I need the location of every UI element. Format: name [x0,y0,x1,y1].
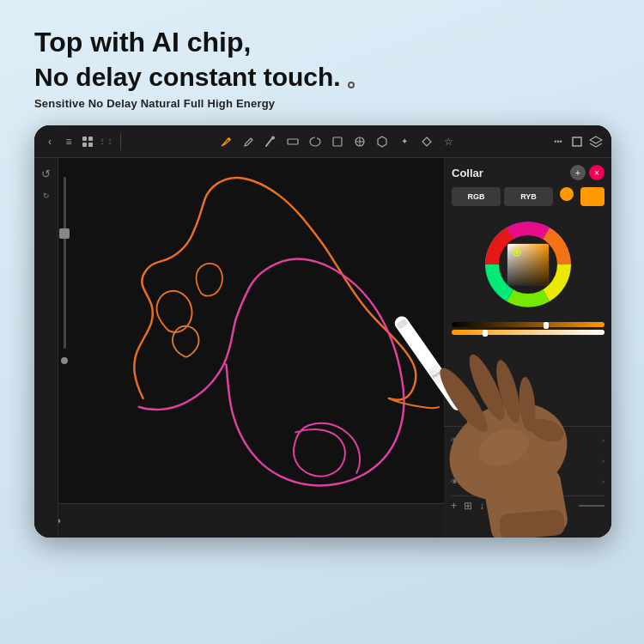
slider-thumb [59,228,70,239]
hex-tool[interactable] [374,134,390,149]
svg-rect-2 [82,143,87,147]
layer-collapse-bar [579,505,605,507]
layer-actions-2[interactable]: › [602,457,605,465]
left-sidebar: ↺ ↻ [34,158,58,538]
color-mode-row: RGB RYB [452,187,605,206]
square-icon[interactable] [570,135,584,149]
app-toolbar: ‹ ≡ ⋮⋮ [34,125,611,158]
eraser-tool[interactable] [285,134,301,149]
lasso-tool[interactable] [307,134,323,149]
svg-point-22 [515,251,519,254]
svg-point-4 [228,137,230,140]
color-mode-rgb[interactable]: RGB [452,187,501,206]
brush-tool[interactable] [263,134,278,149]
layer-name-2: 图层 >› [495,456,520,467]
dots-icon[interactable]: ⋮⋮ [100,135,113,149]
svg-marker-12 [422,137,431,146]
hue-slider[interactable] [452,322,605,327]
star-tool[interactable]: ☆ [441,134,457,149]
arrow-tool[interactable]: ✦ [397,134,412,149]
color-wheel-svg [477,213,580,316]
layer-name-3: 图层 >› [495,477,520,488]
headline-line2: No delay constant touch. [34,60,610,94]
color-wheel[interactable] [477,213,580,316]
menu-icon[interactable]: ≡ [62,135,76,149]
layer-panel: 👁 图层 >› › 👁 [444,426,611,538]
layer-download-icon[interactable]: ↓ [479,500,484,512]
layer-eye-3[interactable]: 👁 [451,477,463,486]
panel-close-btn[interactable]: × [589,165,605,180]
svg-rect-7 [333,137,342,146]
layer-thumb-2 [468,453,490,470]
shape-tool[interactable] [330,134,345,149]
svg-rect-3 [88,143,93,147]
pen-tool[interactable] [218,134,234,149]
header-text-block: Top with AI chip, No delay constant touc… [34,26,610,110]
svg-rect-24 [475,440,483,447]
layers-icon[interactable] [589,135,603,149]
headline-line1: Top with AI chip, [34,26,610,58]
subheadline: Sensitive No Delay Natural Full High Ene… [34,97,610,110]
layer-fx-label[interactable]: Fx [491,501,501,511]
panel-title: Collar [452,167,483,179]
comma: , [244,27,252,58]
panel-buttons: + × [570,165,605,180]
headline-line2-text: No delay constant touch. [34,60,341,94]
page-wrapper: Top with AI chip, No delay constant touc… [0,0,644,644]
tablet-frame: ‹ ≡ ⋮⋮ [34,125,611,538]
back-icon[interactable]: ‹ [43,135,57,149]
svg-point-23 [476,433,483,440]
layer-actions-1[interactable]: › [602,436,605,445]
layer-delete-icon[interactable]: 🗑 [525,500,535,512]
grid-icon[interactable] [81,135,94,149]
drawing-canvas[interactable] [58,158,440,503]
layer-name-1: 图层 >› [495,435,520,447]
layer-thumb-3 [468,473,490,490]
panel-header: Collar + × [452,165,605,180]
svg-marker-14 [590,137,602,143]
layer-row-2: 👁 图层 >› › [451,453,605,470]
layer-add-group-icon[interactable]: ⊞ [464,500,472,512]
layer-row-1: 👁 图层 >› › [451,432,605,449]
sidebar-redo[interactable]: ↻ [38,187,55,204]
svg-rect-0 [82,137,87,141]
color-sliders [452,322,605,335]
layer-toolbar: + ⊞ ↓ Fx ⚙ 🗑 [451,495,605,512]
more-icon[interactable]: ••• [551,135,565,149]
sidebar-undo[interactable]: ↺ [38,165,55,182]
layer-row-3: 👁 图层 >› › [451,473,605,490]
saturation-slider[interactable] [452,330,605,335]
slider-dot [61,357,68,364]
layer-thumb-1 [468,432,490,449]
layer-actions-3[interactable]: › [602,477,605,486]
diamond-tool[interactable] [419,134,434,149]
color-dot[interactable] [560,187,574,201]
transform-tool[interactable] [352,134,368,149]
svg-point-5 [271,136,275,139]
pencil-tool[interactable] [240,134,256,149]
svg-marker-11 [378,137,386,147]
layer-eye-2[interactable]: 👁 [451,457,463,465]
bottom-bar: ••• [34,503,444,538]
drawing-svg [58,158,440,503]
toolbar-tools: ✦ ☆ [128,134,546,149]
svg-rect-13 [573,137,581,146]
tablet-screen: ‹ ≡ ⋮⋮ [34,125,611,538]
headline-line1-text: Top with AI chip [34,27,244,58]
layer-settings-icon[interactable]: ⚙ [508,500,518,512]
toolbar-separator [120,133,121,150]
slider-bar [64,177,66,349]
svg-rect-6 [288,139,298,144]
color-mode-ryb[interactable]: RYB [504,187,553,206]
svg-rect-1 [88,137,93,141]
dot-circle-decoration [348,82,355,88]
panel-add-btn[interactable]: + [570,165,586,180]
layer-eye-1[interactable]: 👁 [451,436,463,445]
layer-add-icon[interactable]: + [451,500,457,512]
color-swatch[interactable] [580,187,605,206]
toolbar-right: ••• [551,135,603,149]
brush-size-slider[interactable] [58,177,70,503]
